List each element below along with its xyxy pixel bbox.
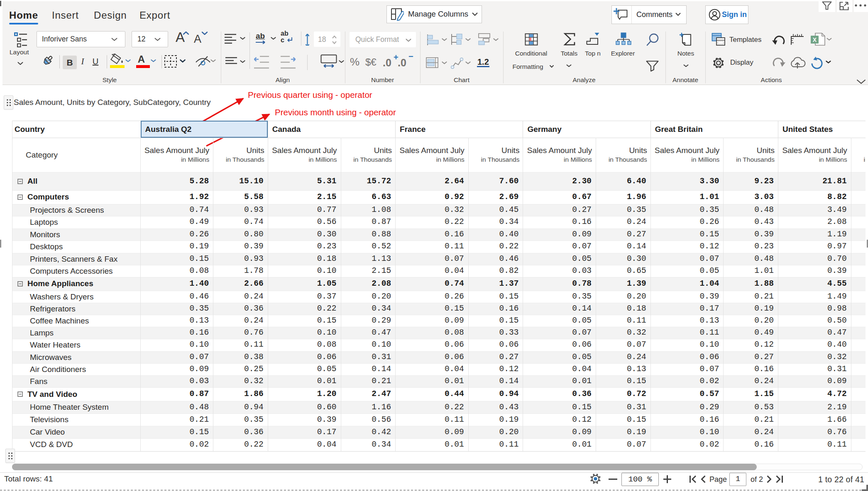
svg-text:X: X xyxy=(813,36,817,43)
